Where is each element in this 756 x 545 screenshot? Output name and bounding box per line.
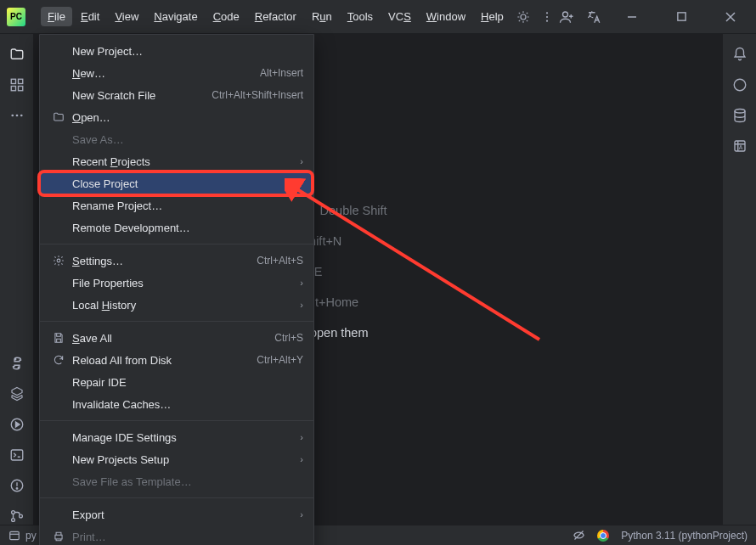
svg-point-26 xyxy=(19,514,22,518)
menu-edit[interactable]: Edit xyxy=(74,7,106,26)
file-menu-new-projects-setup[interactable]: New Projects Setup› xyxy=(40,448,313,470)
file-menu-settings[interactable]: Settings…Ctrl+Alt+S xyxy=(40,250,313,272)
file-menu-rename-project[interactable]: Rename Project… xyxy=(40,194,313,216)
svg-point-13 xyxy=(11,115,14,117)
close-window-button[interactable] xyxy=(712,0,749,34)
file-menu-export[interactable]: Export› xyxy=(40,503,313,525)
file-menu-reload-all-from-disk[interactable]: Reload All from DiskCtrl+Alt+Y xyxy=(40,349,313,371)
svg-point-33 xyxy=(57,259,60,262)
chevron-right-icon: › xyxy=(300,156,303,166)
chevron-right-icon: › xyxy=(300,278,303,288)
menu-run[interactable]: Run xyxy=(305,7,339,26)
reload-icon xyxy=(52,354,65,366)
interpreter-label[interactable]: Python 3.11 (pythonProject) xyxy=(621,530,748,542)
menu-navigate[interactable]: Navigate xyxy=(147,7,204,26)
user-icon[interactable] xyxy=(559,9,574,25)
svg-point-14 xyxy=(15,115,18,117)
file-menu-file-properties[interactable]: File Properties› xyxy=(40,272,313,294)
svg-point-16 xyxy=(14,359,15,360)
svg-rect-12 xyxy=(18,87,22,91)
ide-logo: PC xyxy=(7,8,25,26)
file-menu-recent-projects[interactable]: Recent Projects› xyxy=(40,150,313,172)
minimize-button[interactable] xyxy=(613,0,651,34)
file-menu-save-all[interactable]: Save AllCtrl+S xyxy=(40,327,313,349)
svg-point-24 xyxy=(11,511,14,514)
structure-tool-icon[interactable] xyxy=(8,76,25,93)
menu-file[interactable]: File xyxy=(41,7,72,26)
svg-marker-19 xyxy=(15,422,20,427)
file-menu-manage-ide-settings[interactable]: Manage IDE Settings› xyxy=(40,426,313,448)
svg-rect-30 xyxy=(10,531,20,539)
save-icon xyxy=(52,332,65,344)
more-tools-icon[interactable] xyxy=(8,107,25,124)
sciview-icon[interactable]: A xyxy=(731,138,748,155)
right-tool-rail: A xyxy=(722,34,756,525)
file-menu-close-project[interactable]: Close Project xyxy=(40,172,313,194)
svg-rect-20 xyxy=(11,450,23,460)
status-project-label: py xyxy=(25,530,37,542)
python-console-icon[interactable] xyxy=(8,355,25,372)
svg-rect-6 xyxy=(677,13,685,20)
svg-text:A: A xyxy=(738,144,742,150)
file-menu-print: Print… xyxy=(40,525,313,545)
chrome-icon[interactable] xyxy=(597,530,609,542)
menu-refactor[interactable]: Refactor xyxy=(248,7,303,26)
services-icon[interactable] xyxy=(8,416,25,433)
packages-icon[interactable] xyxy=(8,385,25,402)
print-icon xyxy=(52,531,65,542)
main-menu: FileEditViewNavigateCodeRefactorRunTools… xyxy=(41,7,511,26)
file-menu-local-history[interactable]: Local History› xyxy=(40,294,313,316)
menu-help[interactable]: Help xyxy=(474,7,511,26)
svg-rect-9 xyxy=(11,79,15,83)
terminal-icon[interactable] xyxy=(8,447,25,464)
menu-vcs[interactable]: VCS xyxy=(381,7,418,26)
problems-icon[interactable] xyxy=(8,477,25,494)
translate-icon[interactable] xyxy=(586,9,601,25)
svg-point-25 xyxy=(11,519,14,522)
database-icon[interactable] xyxy=(731,107,748,124)
svg-point-0 xyxy=(521,14,526,20)
file-menu-repair-ide[interactable]: Repair IDE xyxy=(40,371,313,393)
file-menu-remote-development[interactable]: Remote Development… xyxy=(40,216,313,239)
file-menu-dropdown: New Project…New…Alt+InsertNew Scratch Fi… xyxy=(39,34,314,545)
inspections-icon[interactable] xyxy=(573,529,585,542)
chevron-right-icon: › xyxy=(300,509,303,520)
menu-separator xyxy=(40,244,313,244)
svg-point-27 xyxy=(735,110,745,114)
file-menu-new[interactable]: New…Alt+Insert xyxy=(40,62,313,84)
svg-point-17 xyxy=(18,367,19,368)
svg-rect-10 xyxy=(18,79,22,83)
chevron-right-icon: › xyxy=(300,300,303,310)
project-tool-icon[interactable] xyxy=(8,46,25,63)
file-menu-invalidate-caches[interactable]: Invalidate Caches… xyxy=(40,393,313,415)
file-menu-new-scratch-file[interactable]: New Scratch FileCtrl+Alt+Shift+Insert xyxy=(40,84,313,106)
file-menu-new-project[interactable]: New Project… xyxy=(40,40,313,62)
menu-separator xyxy=(40,420,313,421)
menu-code[interactable]: Code xyxy=(206,7,246,26)
chevron-right-icon: › xyxy=(300,432,303,442)
maximize-button[interactable] xyxy=(663,0,700,34)
tool-window-toggle-icon[interactable] xyxy=(8,530,20,542)
svg-rect-11 xyxy=(11,87,15,91)
chevron-right-icon: › xyxy=(300,454,303,464)
svg-point-15 xyxy=(20,115,22,117)
file-menu-open[interactable]: Open… xyxy=(40,106,313,128)
folder-icon xyxy=(52,111,65,123)
menu-separator xyxy=(40,321,313,322)
svg-point-2 xyxy=(546,15,548,17)
svg-point-23 xyxy=(16,488,18,490)
svg-rect-34 xyxy=(55,535,62,539)
left-tool-rail xyxy=(0,34,34,525)
menu-tools[interactable]: Tools xyxy=(341,7,380,26)
ai-assistant-icon[interactable] xyxy=(731,76,748,93)
vcs-icon[interactable] xyxy=(8,508,25,525)
menu-window[interactable]: Window xyxy=(420,7,472,26)
file-menu-save-as: Save As… xyxy=(40,128,313,150)
notifications-icon[interactable] xyxy=(731,46,748,63)
svg-point-4 xyxy=(563,12,568,17)
menu-view[interactable]: View xyxy=(108,7,145,26)
file-menu-save-file-as-template: Save File as Template… xyxy=(40,470,313,492)
updates-icon[interactable] xyxy=(516,9,531,25)
kebab-icon[interactable] xyxy=(539,9,555,25)
menu-separator xyxy=(40,497,313,498)
